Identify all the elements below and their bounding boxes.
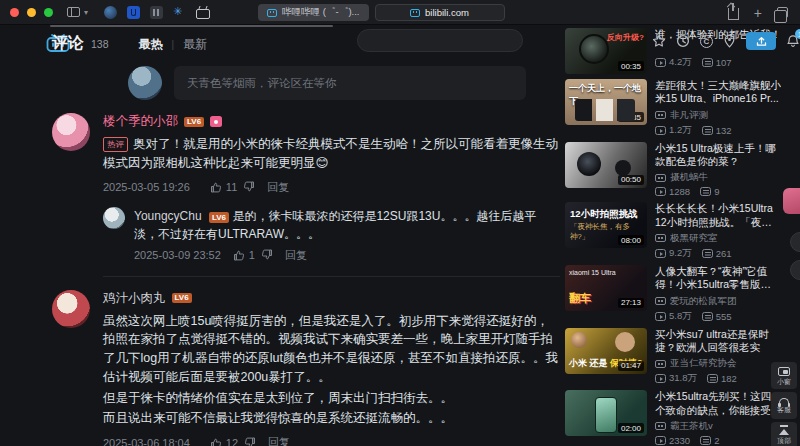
uploader-name[interactable]: 霸王茶机v bbox=[670, 420, 713, 433]
thumbnail-text: 一个天上，一个地下 bbox=[569, 82, 647, 108]
danmaku-icon bbox=[700, 436, 711, 445]
video-card[interactable]: 00:50 小米15 Ultra极速上手！哪款配色是你的菜？ 摄机蜗牛 1288… bbox=[565, 142, 781, 198]
sort-separator: | bbox=[172, 39, 175, 50]
avatar[interactable] bbox=[52, 290, 90, 328]
creator-center-icon[interactable]: C bbox=[700, 35, 713, 48]
danmaku-icon bbox=[702, 126, 713, 135]
reply-button[interactable]: 回复 bbox=[268, 435, 290, 446]
like-button[interactable]: 1 bbox=[233, 249, 255, 261]
comments-title: 评论 bbox=[52, 33, 84, 54]
video-title[interactable]: 小米15ultra先别买！这四个致命的缺点，你能接受的... bbox=[655, 390, 781, 417]
uploader-name[interactable]: 极黑研究室 bbox=[670, 232, 718, 245]
chevron-down-icon[interactable]: ▾ bbox=[84, 8, 88, 17]
floating-widget-button[interactable] bbox=[790, 260, 800, 280]
tab-bilibili-active[interactable]: bilibili.com bbox=[375, 4, 505, 21]
extension-icon-2[interactable] bbox=[127, 6, 140, 19]
video-title[interactable]: 人像大翻车？“夜神”它值得！小米15ultra零售版首提... bbox=[655, 265, 781, 292]
sort-new-tab[interactable]: 最新 bbox=[183, 36, 207, 53]
user-level-badge: LV6 bbox=[184, 117, 204, 127]
extension-icon-3[interactable] bbox=[150, 6, 163, 19]
close-window-button[interactable] bbox=[10, 8, 19, 17]
upload-arrow-icon bbox=[756, 36, 767, 47]
dislike-button[interactable] bbox=[244, 437, 256, 446]
video-duration: 27:13 bbox=[618, 298, 644, 308]
sort-hot-tab[interactable]: 最热 bbox=[139, 36, 163, 53]
comment-item: 楼个季的小邵 LV6 热评奥对了！就是用的小米的徕卡经典模式不是生动哈！之所以可… bbox=[52, 100, 560, 263]
video-card[interactable]: xiaomi 15 Ultra 翻车 27:13 人像大翻车？“夜神”它值得！小… bbox=[565, 265, 781, 323]
comment-text: 虽然这次网上喷15u喷得挺厉害的，但是我还是入了。初步用下来觉得还挺好的，拍照在… bbox=[103, 312, 560, 429]
uploader-name[interactable]: 非凡评测 bbox=[670, 109, 708, 122]
video-thumbnail[interactable]: 小米 还是 保时捷? 01:47 bbox=[565, 328, 647, 374]
view-count: 31.8万 bbox=[669, 372, 697, 385]
uploader-name[interactable]: 摄机蜗牛 bbox=[670, 171, 708, 184]
avatar[interactable] bbox=[103, 207, 125, 229]
video-thumbnail[interactable]: xiaomi 15 Ultra 翻车 27:13 bbox=[565, 265, 647, 311]
new-tab-button[interactable]: + bbox=[754, 6, 762, 20]
reply-button[interactable]: 回复 bbox=[285, 248, 307, 263]
reply-username[interactable]: YoungcyChu bbox=[134, 209, 202, 223]
upload-button[interactable] bbox=[746, 32, 776, 50]
video-card[interactable]: 12小时拍照挑战 「夜神长焦，有多神?」 08:00 长长长长长！小米15Ult… bbox=[565, 202, 781, 260]
user-level-badge: LV6 bbox=[172, 293, 192, 303]
thumbs-down-icon bbox=[244, 437, 256, 446]
video-title[interactable]: 小米15 Ultra极速上手！哪款配色是你的菜？ bbox=[655, 142, 781, 169]
view-count: 5.8万 bbox=[669, 310, 692, 323]
comment-input[interactable] bbox=[174, 66, 526, 100]
video-title[interactable]: 差距很大！三大巅峰旗舰小米15 Ultra、iPhone16 Pr... bbox=[655, 79, 781, 106]
customer-support-button[interactable]: 客服 bbox=[771, 392, 797, 419]
play-count-icon bbox=[655, 312, 666, 321]
comment-username[interactable]: 楼个季的小邵 bbox=[103, 113, 178, 130]
reply-date: 2025-03-09 23:52 bbox=[134, 249, 221, 261]
location-pin-icon[interactable] bbox=[723, 34, 736, 48]
uploader-icon bbox=[655, 174, 666, 182]
video-thumbnail[interactable]: 00:50 bbox=[565, 142, 647, 188]
like-count: 1 bbox=[249, 249, 255, 261]
video-thumbnail[interactable]: 反向升级? 00:35 bbox=[565, 28, 647, 74]
dislike-button[interactable] bbox=[261, 249, 273, 261]
like-button[interactable]: 12 bbox=[210, 437, 238, 446]
bilibili-extension-icon[interactable] bbox=[196, 6, 209, 19]
video-thumbnail[interactable]: 12小时拍照挑战 「夜神长焦，有多神?」 08:00 bbox=[565, 202, 647, 248]
video-card[interactable]: 02:00 小米15ultra先别买！这四个致命的缺点，你能接受的... 霸王茶… bbox=[565, 390, 781, 446]
view-count: 4.2万 bbox=[669, 56, 692, 69]
danmaku-count: 9 bbox=[714, 186, 719, 197]
mini-player-button[interactable]: 小窗 bbox=[771, 362, 797, 389]
uploader-icon bbox=[655, 422, 666, 430]
support-label: 客服 bbox=[777, 406, 791, 413]
thumbs-down-icon bbox=[261, 249, 273, 261]
extension-icon-4[interactable] bbox=[173, 6, 186, 19]
danmaku-count: 132 bbox=[716, 125, 732, 136]
favorites-star-icon[interactable] bbox=[652, 34, 666, 48]
extension-bar bbox=[104, 6, 209, 19]
video-card[interactable]: 一个天上，一个地下 03:35 差距很大！三大巅峰旗舰小米15 Ultra、iP… bbox=[565, 79, 781, 137]
tab-bilibili-home[interactable]: 哔哩哔哩 (゜-゜)... bbox=[258, 4, 369, 21]
video-title[interactable]: 长长长长长！小米15Ultra 12小时拍照挑战。「夜神长... bbox=[655, 202, 781, 229]
floating-action-rail: 小窗 客服 顶部 bbox=[771, 362, 797, 446]
video-card[interactable]: 小米 还是 保时捷? 01:47 买小米su7 ultra还是保时捷？欧洲人回答… bbox=[565, 328, 781, 386]
video-thumbnail[interactable]: 02:00 bbox=[565, 390, 647, 436]
zoom-window-button[interactable] bbox=[44, 8, 53, 17]
minimize-window-button[interactable] bbox=[27, 8, 36, 17]
tab-overview-icon[interactable] bbox=[777, 7, 788, 18]
share-icon[interactable] bbox=[728, 8, 739, 20]
dislike-button[interactable] bbox=[243, 181, 255, 193]
uploader-icon bbox=[655, 111, 666, 119]
video-thumbnail[interactable]: 一个天上，一个地下 03:35 bbox=[565, 79, 647, 125]
video-title[interactable]: 买小米su7 ultra还是保时捷？欧洲人回答很老实 bbox=[655, 328, 781, 355]
floating-widget-button[interactable] bbox=[790, 232, 800, 252]
comment-username[interactable]: 鸡汁小肉丸 bbox=[103, 290, 166, 307]
avatar[interactable] bbox=[52, 113, 90, 151]
activity-pendant[interactable] bbox=[783, 188, 800, 214]
extension-icon-1[interactable] bbox=[104, 6, 117, 19]
like-button[interactable]: 11 bbox=[210, 181, 237, 193]
history-clock-icon[interactable] bbox=[676, 34, 690, 48]
avatar[interactable] bbox=[128, 66, 162, 100]
reply-button[interactable]: 回复 bbox=[267, 180, 289, 195]
uploader-name[interactable]: 爱玩的松鼠军团 bbox=[670, 295, 737, 308]
sidebar-toggle-icon[interactable] bbox=[67, 7, 80, 17]
uploader-name[interactable]: 亚当仁研究协会 bbox=[670, 357, 737, 370]
hot-comment-badge: 热评 bbox=[103, 137, 128, 152]
notifications-bell[interactable]: 1 bbox=[786, 34, 800, 48]
vip-badge-icon bbox=[210, 116, 222, 127]
back-to-top-button[interactable]: 顶部 bbox=[771, 422, 797, 446]
